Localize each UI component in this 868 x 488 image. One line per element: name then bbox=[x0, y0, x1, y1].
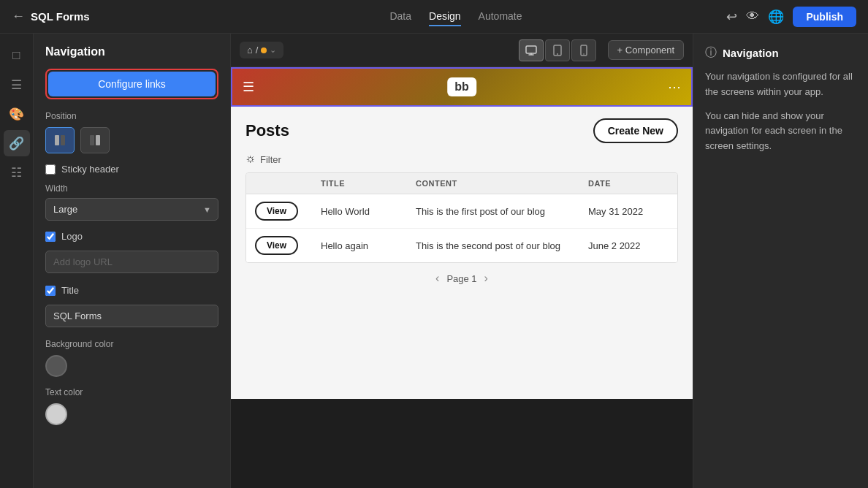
nav-logo: bb bbox=[447, 77, 476, 96]
topbar-right: ↩ 👁 🌐 Publish bbox=[696, 7, 856, 27]
breadcrumb-slash: / bbox=[256, 45, 259, 56]
row2-content: This is the second post of our blog bbox=[416, 240, 588, 251]
create-new-button[interactable]: Create New bbox=[593, 118, 678, 143]
nav-dots-icon[interactable]: ⋯ bbox=[668, 79, 681, 95]
posts-container: Posts Create New ⛭ Filter TITLE CONTENT … bbox=[231, 107, 693, 399]
device-buttons bbox=[519, 39, 596, 61]
breadcrumb[interactable]: ⌂ / ⌄ bbox=[240, 42, 283, 58]
bg-color-label: Background color bbox=[45, 339, 218, 349]
logo-row: Logo bbox=[45, 231, 218, 242]
svg-rect-1 bbox=[61, 135, 65, 145]
page-label: Page 1 bbox=[446, 273, 476, 284]
right-panel-body: Your navigation is configured for all th… bbox=[705, 69, 856, 154]
icon-bar-paint[interactable]: 🎨 bbox=[4, 101, 30, 127]
text-color-label: Text color bbox=[45, 387, 218, 397]
sticky-header-row: Sticky header bbox=[45, 164, 218, 175]
breadcrumb-chevron-icon: ⌄ bbox=[270, 45, 276, 55]
panel-title: Navigation bbox=[45, 45, 218, 58]
globe-icon[interactable]: 🌐 bbox=[768, 9, 784, 25]
width-label: Width bbox=[45, 183, 218, 194]
icon-bar: □ ☰ 🎨 🔗 ☷ bbox=[0, 34, 34, 488]
filter-row[interactable]: ⛭ Filter bbox=[245, 153, 678, 165]
table-row: View Hello World This is the first post … bbox=[246, 194, 677, 229]
right-panel: ⓘ Navigation Your navigation is configur… bbox=[693, 34, 868, 488]
width-select-wrapper: Large Medium Small ▼ bbox=[45, 198, 218, 221]
logo-checkbox[interactable] bbox=[45, 232, 56, 242]
undo-icon[interactable]: ↩ bbox=[726, 9, 737, 25]
canvas-toolbar: ⌂ / ⌄ + Component bbox=[231, 34, 693, 67]
position-left-btn[interactable] bbox=[45, 127, 75, 153]
row1-action: View bbox=[255, 202, 321, 221]
col-header-content: CONTENT bbox=[416, 179, 588, 188]
device-tablet-btn[interactable] bbox=[545, 39, 570, 61]
text-color-swatch[interactable] bbox=[45, 403, 67, 425]
topbar-left: ← SQL Forms bbox=[12, 9, 216, 24]
position-row bbox=[45, 127, 218, 153]
nav-bar-preview: ☰ bb ⋯ bbox=[231, 67, 693, 107]
publish-button[interactable]: Publish bbox=[793, 7, 856, 27]
row1-title: Hello World bbox=[321, 206, 416, 217]
posts-table: TITLE CONTENT DATE View Hello World This… bbox=[245, 172, 678, 263]
icon-bar-list[interactable]: ☰ bbox=[4, 72, 30, 98]
configure-links-button[interactable]: Configure links bbox=[48, 72, 216, 96]
title-label: Title bbox=[61, 285, 79, 296]
tab-design[interactable]: Design bbox=[429, 7, 461, 26]
left-panel: Navigation Configure links Position Stic… bbox=[34, 34, 231, 488]
right-panel-header: ⓘ Navigation bbox=[705, 45, 856, 61]
posts-header: Posts Create New bbox=[245, 118, 678, 143]
svg-rect-4 bbox=[526, 46, 536, 53]
hamburger-icon[interactable]: ☰ bbox=[243, 79, 254, 95]
position-label: Position bbox=[45, 111, 218, 121]
icon-bar-link[interactable]: 🔗 bbox=[4, 130, 30, 156]
topbar-tabs: Data Design Automate bbox=[216, 7, 696, 26]
sticky-header-checkbox[interactable] bbox=[45, 164, 56, 175]
icon-bar-table[interactable]: ☷ bbox=[4, 159, 30, 186]
filter-icon: ⛭ bbox=[245, 153, 256, 165]
breadcrumb-dot bbox=[261, 47, 267, 53]
table-row: View Hello again This is the second post… bbox=[246, 229, 677, 262]
canvas-scroll: 🔗 Navigation ☰ bb ⋯ Posts Create New bbox=[231, 67, 693, 488]
sticky-header-label: Sticky header bbox=[61, 164, 119, 175]
title-checkbox[interactable] bbox=[45, 286, 56, 296]
row2-date: June 2 2022 bbox=[588, 240, 669, 251]
row2-title: Hello again bbox=[321, 240, 416, 251]
right-panel-desc-2: You can hide and show your navigation fo… bbox=[705, 109, 856, 154]
prev-page-icon[interactable]: ‹ bbox=[435, 272, 439, 285]
title-input[interactable] bbox=[45, 305, 218, 327]
view-button-2[interactable]: View bbox=[255, 236, 298, 255]
table-header: TITLE CONTENT DATE bbox=[246, 173, 677, 194]
component-button[interactable]: + Component bbox=[608, 40, 684, 60]
home-icon: ⌂ bbox=[247, 45, 253, 56]
logo-url-input[interactable] bbox=[45, 251, 218, 273]
posts-title: Posts bbox=[245, 121, 289, 140]
eye-icon[interactable]: 👁 bbox=[746, 9, 759, 24]
background-color-swatch[interactable] bbox=[45, 355, 67, 377]
tab-data[interactable]: Data bbox=[389, 7, 411, 26]
info-icon: ⓘ bbox=[705, 45, 717, 61]
main-layout: □ ☰ 🎨 🔗 ☷ Navigation Configure links Pos… bbox=[0, 34, 868, 488]
svg-rect-3 bbox=[96, 135, 100, 145]
nav-preview-wrapper: 🔗 Navigation ☰ bb ⋯ bbox=[231, 67, 693, 107]
configure-btn-wrapper: Configure links bbox=[45, 69, 218, 99]
tab-automate[interactable]: Automate bbox=[479, 7, 522, 26]
next-page-icon[interactable]: › bbox=[484, 272, 488, 285]
col-header-date: DATE bbox=[588, 179, 669, 188]
view-button-1[interactable]: View bbox=[255, 202, 298, 221]
right-panel-title: Navigation bbox=[723, 47, 779, 59]
back-icon[interactable]: ← bbox=[12, 9, 25, 24]
svg-rect-2 bbox=[90, 135, 94, 145]
position-right-btn[interactable] bbox=[80, 127, 110, 153]
device-mobile-btn[interactable] bbox=[571, 39, 596, 61]
app-title: SQL Forms bbox=[31, 10, 90, 23]
icon-bar-screen[interactable]: □ bbox=[4, 42, 30, 69]
svg-point-8 bbox=[583, 53, 585, 55]
pagination: ‹ Page 1 › bbox=[245, 263, 678, 294]
width-select[interactable]: Large Medium Small bbox=[45, 198, 218, 221]
device-desktop-btn[interactable] bbox=[519, 39, 544, 61]
title-row: Title bbox=[45, 285, 218, 296]
row1-date: May 31 2022 bbox=[588, 206, 669, 217]
app-preview: 🔗 Navigation ☰ bb ⋯ Posts Create New bbox=[231, 67, 693, 399]
canvas-area: ⌂ / ⌄ + Component 🔗 bbox=[231, 34, 693, 488]
col-header-title: TITLE bbox=[321, 179, 416, 188]
topbar: ← SQL Forms Data Design Automate ↩ 👁 🌐 P… bbox=[0, 0, 868, 34]
